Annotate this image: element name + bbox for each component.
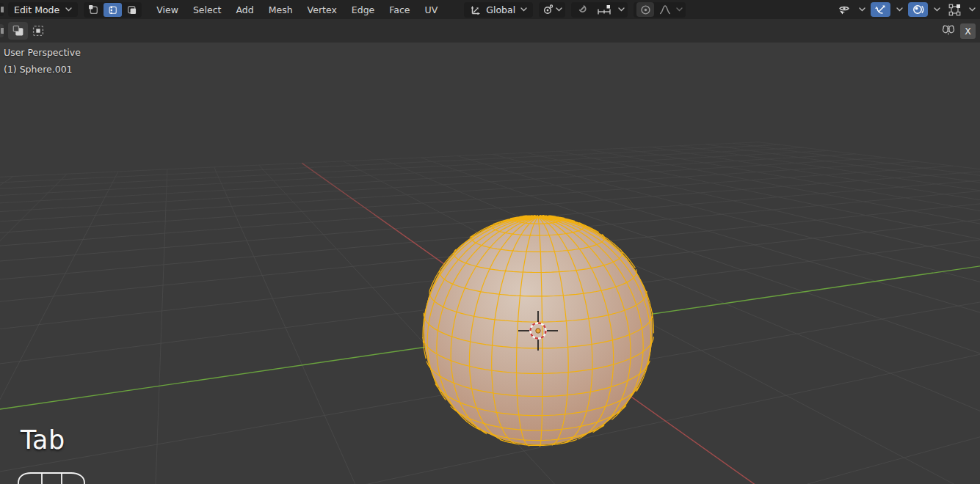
chevron-down-icon — [520, 7, 527, 12]
visibility-chevron[interactable] — [856, 2, 868, 17]
proportional-edit-group — [634, 2, 686, 18]
menu-edge[interactable]: Edge — [344, 0, 382, 19]
snap-with-icon — [597, 4, 613, 15]
viewport-canvas[interactable] — [0, 0, 980, 484]
snap-toggle-button[interactable] — [574, 2, 592, 17]
xray-toggle[interactable] — [945, 2, 963, 17]
view-perspective-label: User Perspective — [4, 47, 81, 58]
menu-view[interactable]: View — [149, 0, 186, 19]
horizon-fade — [0, 43, 980, 241]
tool-icon-partial[interactable] — [0, 24, 4, 37]
median-point — [536, 329, 540, 333]
active-object-label: (1) Sphere.001 — [4, 64, 73, 75]
snap-with-dropdown[interactable] — [594, 2, 616, 17]
falloff-curve-icon — [659, 4, 671, 15]
chevron-down-icon — [65, 7, 72, 12]
blender-window: { "header": { "mode_label": "Edit Mode",… — [0, 0, 980, 484]
select-mode-extend-button[interactable] — [28, 22, 48, 40]
orientation-label: Global — [486, 4, 515, 15]
menu-vertex[interactable]: Vertex — [300, 0, 344, 19]
menu-add[interactable]: Add — [228, 0, 261, 19]
visibility-dropdown[interactable] — [835, 2, 853, 17]
chevron-down-icon[interactable] — [676, 7, 683, 12]
overlays-toggle[interactable] — [908, 2, 928, 17]
header-right-cluster — [835, 2, 980, 17]
select-mode-set-button[interactable] — [8, 22, 28, 40]
proportional-edit-toggle[interactable] — [636, 2, 654, 17]
menu-select[interactable]: Select — [186, 0, 229, 19]
edge-select-icon — [107, 4, 118, 15]
editor-type-button[interactable] — [0, 3, 4, 16]
chevron-down-icon[interactable] — [618, 7, 625, 12]
shading-chevron[interactable] — [966, 2, 978, 17]
vertex-select-button[interactable] — [84, 3, 103, 17]
gizmos-toggle[interactable] — [871, 2, 890, 17]
chevron-down-icon — [896, 7, 903, 12]
screencast-key-overlay: Tab — [21, 425, 65, 455]
mirror-x-toggle[interactable]: X — [960, 23, 976, 39]
snap-group — [571, 2, 628, 18]
gizmos-chevron[interactable] — [893, 2, 905, 17]
pivot-dropdown[interactable] — [539, 2, 565, 18]
falloff-dropdown[interactable] — [656, 2, 674, 17]
mode-label: Edit Mode — [14, 4, 59, 15]
gizmo-icon — [875, 4, 887, 15]
transform-cluster: Global — [464, 2, 686, 18]
select-extend-icon — [32, 25, 44, 37]
viewport-header: Edit Mode View Select Add Mesh Vertex Ed… — [0, 0, 980, 19]
pivot-point-icon — [542, 4, 553, 15]
menu-bar: View Select Add Mesh Vertex Edge Face UV — [149, 0, 445, 19]
face-select-button[interactable] — [123, 3, 141, 17]
select-set-icon — [12, 25, 24, 37]
chevron-down-icon — [934, 7, 940, 12]
visibility-eye-icon — [838, 4, 851, 15]
chevron-down-icon — [969, 7, 976, 12]
menu-mesh[interactable]: Mesh — [261, 0, 300, 19]
overlays-icon — [912, 4, 924, 15]
orientation-axes-icon — [470, 4, 481, 15]
edge-select-button[interactable] — [104, 3, 122, 17]
mouse-icon — [18, 472, 91, 484]
orientation-dropdown[interactable]: Global — [464, 2, 533, 18]
magnet-snap-icon — [577, 4, 589, 15]
xray-icon — [948, 4, 961, 16]
mirror-butterfly-icon — [941, 23, 956, 38]
menu-face[interactable]: Face — [382, 0, 417, 19]
face-select-icon — [126, 4, 137, 15]
select-mode-group — [84, 2, 142, 18]
menu-uv[interactable]: UV — [418, 0, 446, 19]
mirror-options: X — [941, 23, 980, 39]
mode-dropdown[interactable]: Edit Mode — [8, 2, 78, 17]
chevron-down-icon — [859, 7, 865, 12]
proportional-edit-icon — [640, 4, 651, 15]
tool-settings-bar: X — [0, 19, 980, 43]
chevron-down-icon — [556, 7, 562, 12]
vertex-select-icon — [88, 4, 99, 15]
overlays-chevron[interactable] — [931, 2, 943, 17]
